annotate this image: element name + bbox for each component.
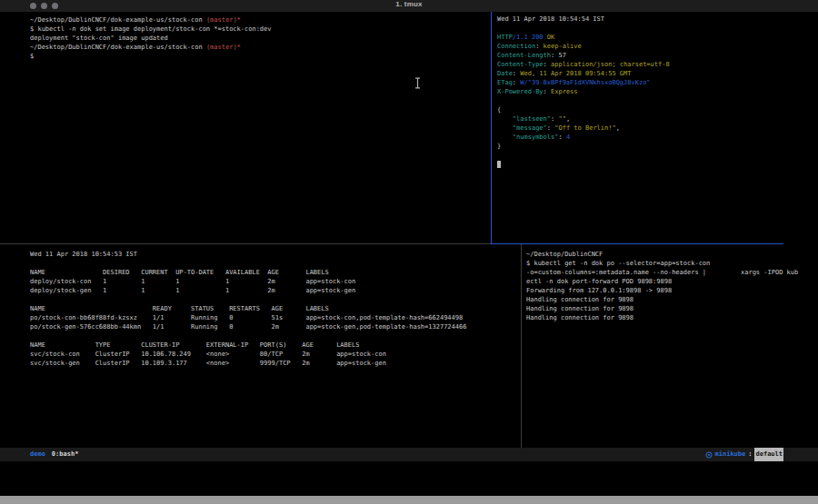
- window-titlebar[interactable]: 1. tmux: [0, 0, 818, 12]
- mouse-cursor-ibeam: [414, 75, 422, 87]
- pane-top-left-shell[interactable]: ~/Desktop/DublinCNCF/dok-example-us/stoc…: [0, 12, 520, 247]
- pane-divider-horizontal-left: [0, 243, 491, 244]
- kube-status: minikube:default: [705, 448, 783, 461]
- session-name: demo: [30, 448, 45, 461]
- pane-divider-horizontal-right-active: [491, 243, 783, 244]
- kube-separator: :: [748, 448, 752, 461]
- pane-divider-vertical-top: [491, 12, 492, 243]
- pane-bottom-left-kubectl-watch[interactable]: Wed 11 Apr 2018 10:54:53 ISTNAME DESIRED…: [0, 244, 550, 453]
- tmux-status-bar: demo 0:bash* minikube:default: [0, 448, 818, 461]
- kube-namespace: default: [754, 448, 783, 461]
- pane-bottom-right-port-forward[interactable]: ~/Desktop/DublinCNCF$ kubectl get -n dok…: [523, 244, 818, 453]
- kubernetes-wheel-icon: [705, 451, 713, 459]
- terminal-window: 1. tmux ~/Desktop/DublinCNCF/dok-example…: [0, 0, 818, 504]
- kube-context: minikube: [715, 448, 746, 461]
- pane-divider-vertical-bottom: [521, 244, 522, 448]
- desktop-edge: [0, 496, 818, 504]
- pane-top-right-http-response[interactable]: Wed 11 Apr 2018 10:54:54 ISTHTTP/1.1 200…: [493, 12, 818, 246]
- window-title: 1. tmux: [0, 0, 818, 8]
- window-tab-bash[interactable]: 0:bash*: [52, 448, 79, 461]
- terminal-area: ~/Desktop/DublinCNCF/dok-example-us/stoc…: [0, 12, 818, 448]
